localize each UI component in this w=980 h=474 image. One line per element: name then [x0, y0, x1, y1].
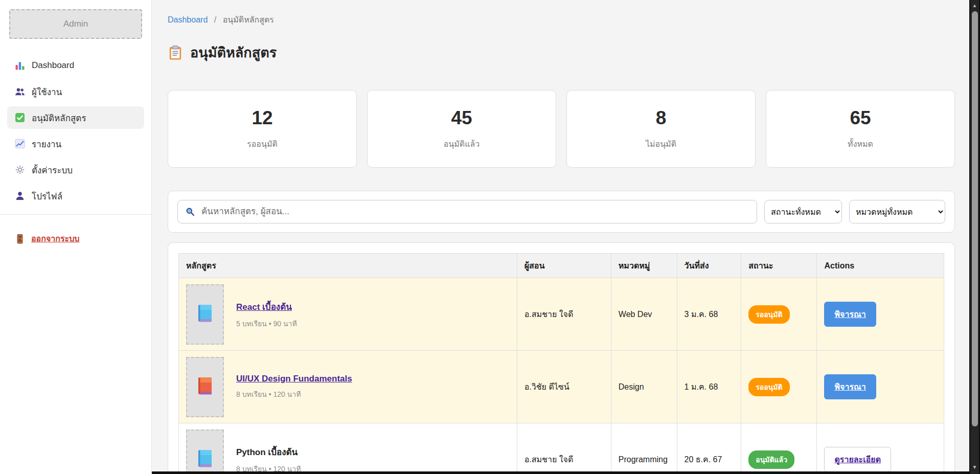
date-cell: 20 ธ.ค. 67: [677, 423, 741, 474]
table-row: Python เบื้องต้น 8 บทเรียน • 120 นาที อ.…: [179, 423, 944, 474]
breadcrumb-dashboard-link[interactable]: Dashboard: [168, 15, 208, 24]
header-instructor: ผู้สอน: [517, 254, 611, 278]
course-title[interactable]: React เบื้องต้น: [236, 300, 297, 313]
date-cell: 1 ม.ค. 68: [677, 351, 741, 423]
stat-card: 65 ทั้งหมด: [766, 90, 955, 168]
courses-table: หลักสูตร ผู้สอน หมวดหมู่ วันที่ส่ง สถานะ…: [178, 253, 944, 474]
course-cell: React เบื้องต้น 5 บทเรียน • 90 นาที: [186, 284, 510, 345]
sidebar-item-dashboard[interactable]: Dashboard: [7, 54, 144, 77]
sidebar-item-label: ตั้งค่าระบบ: [32, 163, 73, 177]
breadcrumb-separator: /: [214, 15, 216, 24]
header-course: หลักสูตร: [179, 254, 517, 278]
status-badge: อนุมัติแล้ว: [748, 450, 794, 469]
sidebar-item-label: อนุมัติหลักสูตร: [32, 111, 86, 125]
sidebar-item-label: รายงาน: [32, 137, 61, 151]
gear-icon: [15, 165, 25, 175]
course-meta: 5 บทเรียน • 90 นาที: [236, 318, 297, 329]
page-title-text: อนุมัติหลักสูตร: [190, 41, 277, 63]
scrollbar-down-arrow[interactable]: ▼: [970, 465, 979, 470]
sidebar: Admin Dashboard ผู้ใช้งาน อนุมัติหลักสูต…: [0, 0, 152, 474]
sidebar-nav: Dashboard ผู้ใช้งาน อนุมัติหลักสูตร รายง…: [0, 54, 151, 207]
stat-label: ทั้งหมด: [848, 138, 873, 150]
status-badge: รออนุมัติ: [748, 305, 789, 324]
status-filter-select[interactable]: สถานะทั้งหมด: [764, 200, 842, 223]
scrollbar-up-arrow[interactable]: ▲: [970, 3, 979, 8]
stat-card: 8 ไม่อนุมัติ: [566, 90, 756, 168]
book-blue-icon: [197, 304, 213, 325]
instructor-cell: อ.วิชัย ดีไซน์: [517, 351, 611, 423]
book-red-icon: [197, 377, 213, 397]
logout-label: ออกจากระบบ: [31, 232, 79, 245]
table-row: React เบื้องต้น 5 บทเรียน • 90 นาที อ.สม…: [179, 278, 944, 351]
course-title: Python เบื้องต้น: [236, 445, 301, 459]
search-icon: [185, 207, 195, 217]
page-scrollbar[interactable]: ▲ ▼: [969, 0, 980, 474]
book-blue-icon: [197, 449, 213, 470]
door-icon: [15, 234, 25, 244]
category-cell: Web Dev: [611, 278, 677, 351]
search-input[interactable]: [200, 206, 749, 217]
stat-value: 45: [451, 107, 472, 129]
course-cell: Python เบื้องต้น 8 บทเรียน • 120 นาที: [186, 430, 510, 474]
sidebar-item-label: โปรไฟล์: [32, 189, 62, 203]
logout-button[interactable]: ออกจากระบบ: [7, 232, 144, 245]
courses-table-panel: หลักสูตร ผู้สอน หมวดหมู่ วันที่ส่ง สถานะ…: [168, 242, 955, 474]
filter-panel: สถานะทั้งหมด หมวดหมู่ทั้งหมด: [168, 191, 955, 233]
instructor-cell: อ.สมชาย ใจดี: [517, 278, 611, 351]
date-cell: 3 ม.ค. 68: [677, 278, 741, 351]
header-actions: Actions: [817, 254, 944, 278]
users-icon: [15, 86, 25, 97]
action-button[interactable]: พิจารณา: [824, 374, 876, 399]
sidebar-divider: [0, 214, 151, 215]
sidebar-item-label: Dashboard: [32, 60, 74, 71]
status-badge: รออนุมัติ: [748, 378, 789, 396]
sidebar-item-settings[interactable]: ตั้งค่าระบบ: [7, 159, 144, 181]
clipboard-icon: [168, 45, 183, 60]
sidebar-item-users[interactable]: ผู้ใช้งาน: [7, 80, 144, 103]
table-row: UI/UX Design Fundamentals 8 บทเรียน • 12…: [179, 351, 944, 423]
check-square-icon: [15, 112, 25, 123]
category-filter-select[interactable]: หมวดหมู่ทั้งหมด: [849, 200, 945, 223]
sidebar-item-label: ผู้ใช้งาน: [32, 85, 62, 99]
header-status: สถานะ: [741, 254, 817, 278]
action-button[interactable]: ดูรายละเอียด: [824, 447, 891, 472]
stat-cards: 12 รออนุมัติ 45 อนุมัติแล้ว 8 ไม่อนุมัติ…: [168, 90, 955, 168]
header-category: หมวดหมู่: [611, 254, 677, 278]
stat-label: ไม่อนุมัติ: [646, 138, 676, 150]
stat-value: 8: [656, 107, 667, 129]
course-title[interactable]: UI/UX Design Fundamentals: [236, 374, 352, 384]
course-thumbnail: [186, 430, 224, 474]
stat-value: 65: [850, 107, 871, 129]
course-thumbnail: [186, 357, 224, 417]
admin-logo-box: Admin: [9, 9, 142, 39]
bottom-window-edge: [152, 471, 980, 474]
table-body: React เบื้องต้น 5 บทเรียน • 90 นาที อ.สม…: [179, 278, 944, 474]
admin-logo-label: Admin: [63, 19, 88, 29]
course-meta: 8 บทเรียน • 120 นาที: [236, 389, 352, 400]
category-cell: Programming: [611, 423, 677, 474]
stat-card: 45 อนุมัติแล้ว: [367, 90, 556, 168]
breadcrumb: Dashboard / อนุมัติหลักสูตร: [168, 13, 955, 26]
scrollbar-thumb[interactable]: [972, 11, 978, 426]
main-content: Dashboard / อนุมัติหลักสูตร อนุมัติหลักส…: [152, 0, 969, 474]
user-icon: [15, 191, 25, 201]
stat-label: รออนุมัติ: [247, 138, 278, 150]
search-box: [177, 200, 757, 223]
course-cell: UI/UX Design Fundamentals 8 บทเรียน • 12…: [186, 357, 510, 417]
stat-value: 12: [252, 107, 272, 129]
sidebar-item-profile[interactable]: โปรไฟล์: [7, 185, 144, 207]
page-title: อนุมัติหลักสูตร: [168, 41, 955, 63]
line-chart-icon: [15, 139, 25, 149]
course-thumbnail: [186, 284, 224, 345]
sidebar-item-approve-courses[interactable]: อนุมัติหลักสูตร: [7, 106, 144, 129]
breadcrumb-current: อนุมัติหลักสูตร: [223, 15, 274, 24]
bar-chart-icon: [15, 60, 25, 71]
instructor-cell: อ.สมชาย ใจดี: [517, 423, 611, 474]
stat-card: 12 รออนุมัติ: [168, 90, 357, 168]
action-button[interactable]: พิจารณา: [824, 302, 876, 327]
header-date: วันที่ส่ง: [677, 254, 741, 278]
table-header-row: หลักสูตร ผู้สอน หมวดหมู่ วันที่ส่ง สถานะ…: [179, 254, 944, 278]
stat-label: อนุมัติแล้ว: [444, 138, 480, 150]
sidebar-item-reports[interactable]: รายงาน: [7, 132, 144, 155]
category-cell: Design: [611, 351, 677, 423]
